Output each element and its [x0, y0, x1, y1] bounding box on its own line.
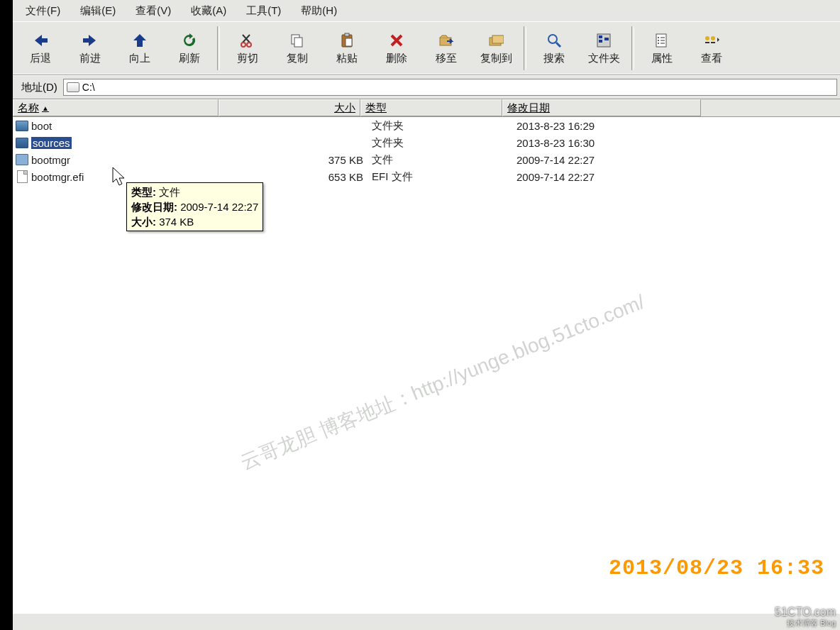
separator [524, 26, 526, 70]
svg-point-0 [241, 43, 245, 47]
explorer-window: 文件(F) 编辑(E) 查看(V) 收藏(A) 工具(T) 帮助(H) 后退 前… [13, 0, 840, 630]
menu-favorites[interactable]: 收藏(A) [181, 3, 236, 19]
clipboard-icon [338, 32, 355, 49]
file-type: 文件 [369, 153, 514, 167]
views-button[interactable]: 查看 [687, 23, 736, 73]
up-arrow-icon [131, 32, 148, 49]
delete-label: 删除 [386, 52, 407, 65]
address-field[interactable]: C:\ [63, 79, 837, 96]
delete-button[interactable]: 删除 [372, 23, 421, 73]
svg-rect-3 [294, 38, 302, 47]
tooltip-size-value: 374 KB [159, 216, 194, 228]
folder-open-icon [16, 137, 28, 148]
back-button[interactable]: 后退 [16, 23, 65, 73]
delete-icon [388, 32, 405, 49]
menu-view[interactable]: 查看(V) [126, 3, 181, 19]
svg-point-1 [247, 43, 251, 47]
file-row[interactable]: boot 文件夹 2013-8-23 16:29 [13, 117, 840, 134]
svg-rect-25 [711, 42, 715, 43]
separator [631, 26, 634, 70]
address-label: 地址(D) [16, 81, 63, 94]
column-date[interactable]: 修改日期 [502, 99, 701, 116]
separator [217, 26, 220, 70]
column-size[interactable]: 大小 [219, 99, 360, 116]
column-name[interactable]: 名称 ▲ [13, 99, 219, 116]
sort-ascending-icon: ▲ [42, 104, 49, 112]
forward-label: 前进 [79, 52, 101, 65]
views-icon [703, 32, 720, 49]
tooltip-date-label: 修改日期: [131, 201, 177, 213]
file-date: 2009-7-14 22:27 [514, 154, 715, 166]
blog-brand-sub: 技术博客 Blog [775, 619, 836, 627]
file-size: 653 KB [221, 171, 369, 183]
properties-icon [653, 32, 670, 49]
file-row[interactable]: bootmgr 375 KB 文件 2009-7-14 22:27 [13, 151, 840, 168]
menu-tools[interactable]: 工具(T) [236, 3, 291, 19]
cut-label: 剪切 [237, 52, 258, 65]
system-file-icon [16, 154, 28, 165]
file-type: EFI 文件 [369, 170, 514, 184]
svg-rect-24 [705, 42, 709, 43]
moveto-folder-icon [438, 32, 455, 49]
properties-button[interactable]: 属性 [637, 23, 687, 73]
column-headers: 名称 ▲ 大小 类型 修改日期 [13, 99, 840, 117]
views-label: 查看 [701, 52, 722, 65]
file-name: bootmgr.efi [31, 171, 84, 183]
paste-button[interactable]: 粘贴 [322, 23, 372, 73]
properties-label: 属性 [651, 52, 673, 65]
file-list[interactable]: boot 文件夹 2013-8-23 16:29 sources 文件夹 201… [13, 117, 840, 614]
folders-tree-icon [595, 32, 612, 49]
refresh-label: 刷新 [179, 52, 200, 65]
file-date: 2009-7-14 22:27 [514, 171, 715, 183]
copy-icon [289, 32, 306, 49]
file-name: boot [31, 120, 52, 132]
paste-label: 粘贴 [336, 52, 358, 65]
forward-button[interactable]: 前进 [65, 23, 115, 73]
file-tooltip: 类型: 文件 修改日期: 2009-7-14 22:27 大小: 374 KB [126, 182, 263, 231]
file-icon [16, 171, 28, 182]
svg-point-16 [658, 37, 659, 38]
menu-help[interactable]: 帮助(H) [291, 3, 347, 19]
moveto-label: 移至 [436, 52, 457, 65]
address-value: C:\ [82, 82, 95, 93]
svg-rect-6 [346, 38, 352, 46]
file-type: 文件夹 [369, 119, 514, 133]
back-arrow-icon [32, 32, 49, 49]
photo-timestamp: 2013/08/23 16:33 [609, 556, 824, 580]
menubar: 文件(F) 编辑(E) 查看(V) 收藏(A) 工具(T) 帮助(H) [13, 0, 840, 21]
copyto-label: 复制到 [480, 52, 512, 65]
svg-point-22 [705, 36, 709, 40]
svg-rect-9 [492, 35, 504, 43]
copy-button[interactable]: 复制 [272, 23, 322, 73]
tooltip-date-value: 2009-7-14 22:27 [180, 201, 258, 213]
copyto-button[interactable]: 复制到 [471, 23, 521, 73]
svg-rect-5 [345, 33, 349, 36]
tooltip-size-label: 大小: [131, 216, 156, 228]
menu-edit[interactable]: 编辑(E) [70, 3, 126, 19]
column-name-label: 名称 [18, 101, 39, 115]
file-row[interactable]: sources 文件夹 2013-8-23 16:30 [13, 134, 840, 151]
up-button[interactable]: 向上 [115, 23, 165, 73]
search-button[interactable]: 搜索 [529, 23, 579, 73]
svg-rect-14 [604, 38, 609, 40]
folders-label: 文件夹 [588, 52, 620, 65]
scissors-icon [239, 32, 256, 49]
folders-button[interactable]: 文件夹 [579, 23, 629, 73]
svg-point-17 [658, 40, 659, 41]
menu-file[interactable]: 文件(F) [16, 3, 70, 19]
file-name: bootmgr [31, 154, 70, 166]
refresh-button[interactable]: 刷新 [165, 23, 214, 73]
search-icon [546, 32, 563, 49]
tooltip-type-value: 文件 [159, 186, 180, 198]
svg-rect-12 [599, 35, 602, 38]
file-size: 375 KB [221, 154, 369, 166]
copy-label: 复制 [287, 52, 308, 65]
svg-point-18 [658, 43, 659, 44]
file-date: 2013-8-23 16:30 [514, 137, 715, 149]
folder-icon [16, 120, 28, 131]
cut-button[interactable]: 剪切 [223, 23, 272, 73]
moveto-button[interactable]: 移至 [421, 23, 471, 73]
column-type[interactable]: 类型 [360, 99, 502, 116]
refresh-icon [181, 32, 198, 49]
file-type: 文件夹 [369, 136, 514, 150]
